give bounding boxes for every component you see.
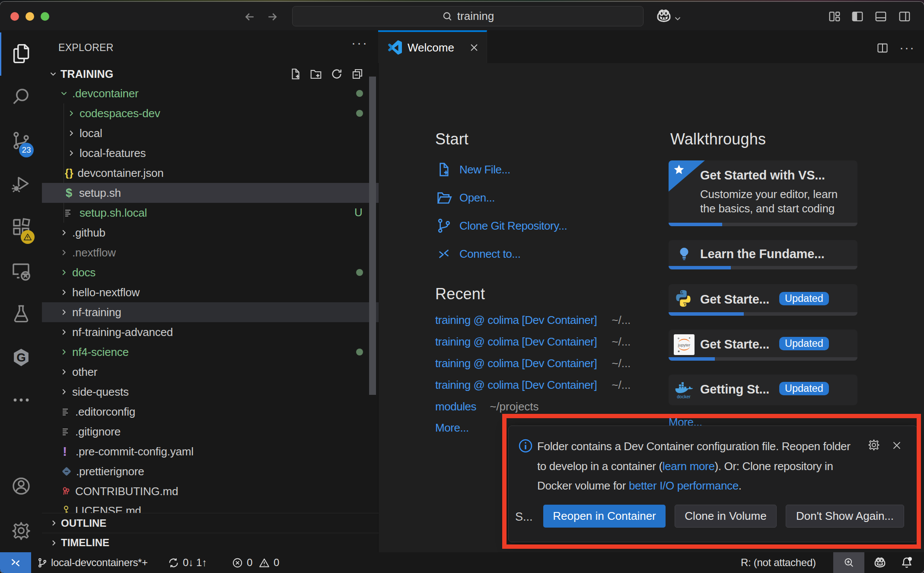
svg-text:G: G: [16, 351, 26, 364]
svg-text:jupyter: jupyter: [678, 343, 691, 347]
svg-text:docker: docker: [677, 394, 691, 399]
